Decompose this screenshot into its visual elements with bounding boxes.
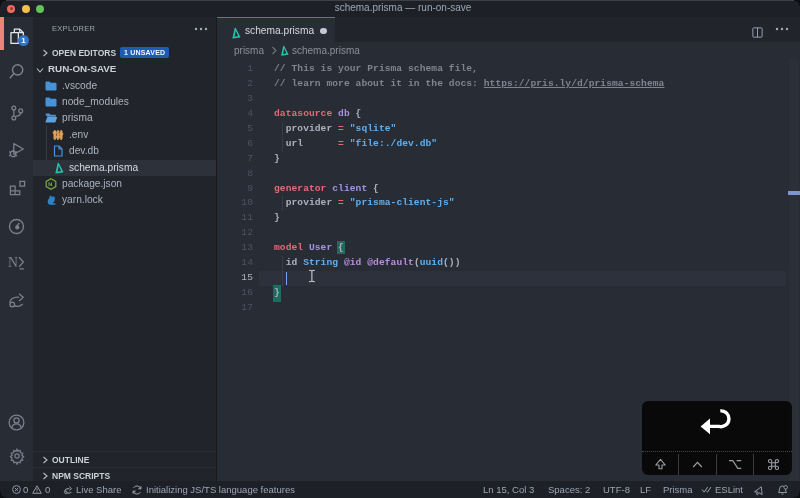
svg-text:N: N — [8, 255, 18, 270]
